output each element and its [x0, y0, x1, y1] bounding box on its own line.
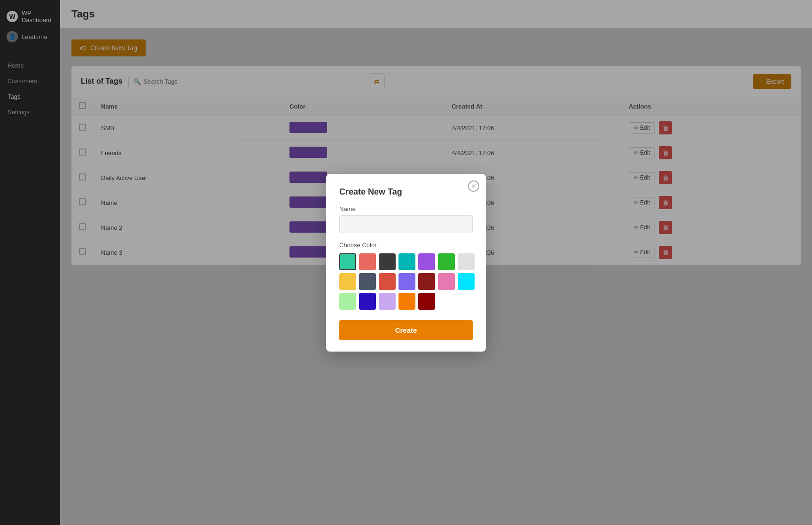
color-swatch[interactable] [339, 253, 356, 270]
color-swatch[interactable] [398, 253, 415, 270]
color-swatch[interactable] [398, 293, 415, 310]
modal-overlay[interactable]: ✕ Create New Tag Name Choose Color Creat… [0, 0, 812, 525]
color-swatch[interactable] [339, 273, 356, 290]
color-grid [339, 253, 473, 310]
color-swatch[interactable] [458, 253, 475, 270]
tag-name-input[interactable] [339, 215, 473, 233]
modal-title: Create New Tag [339, 187, 473, 197]
name-field-label: Name [339, 205, 473, 212]
color-swatch[interactable] [379, 253, 396, 270]
create-tag-modal: ✕ Create New Tag Name Choose Color Creat… [326, 174, 486, 352]
color-swatch[interactable] [379, 293, 396, 310]
color-swatch[interactable] [339, 293, 356, 310]
color-swatch[interactable] [438, 253, 455, 270]
color-swatch[interactable] [418, 293, 435, 310]
color-swatch[interactable] [418, 273, 435, 290]
modal-create-button[interactable]: Create [339, 320, 473, 340]
color-swatch[interactable] [359, 253, 376, 270]
color-swatch[interactable] [359, 293, 376, 310]
color-swatch[interactable] [438, 273, 455, 290]
modal-close-button[interactable]: ✕ [468, 180, 479, 192]
color-swatch[interactable] [398, 273, 415, 290]
color-swatch[interactable] [418, 253, 435, 270]
color-swatch[interactable] [458, 273, 475, 290]
color-swatch[interactable] [379, 273, 396, 290]
color-swatch[interactable] [359, 273, 376, 290]
choose-color-label: Choose Color [339, 242, 473, 249]
